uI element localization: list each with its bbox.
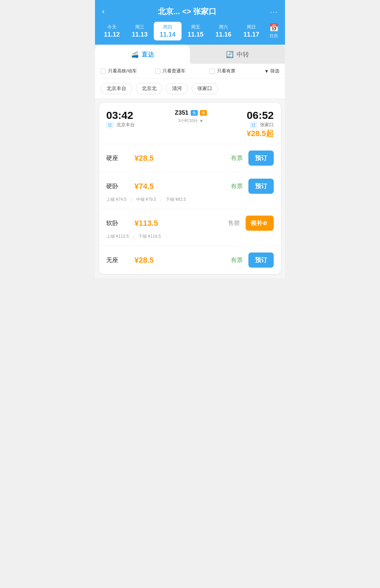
book-button-0[interactable]: 预订 — [248, 151, 274, 166]
seat-status-1: 有票 — [231, 182, 243, 190]
date-num: 11.16 — [211, 31, 236, 38]
direct-icon: 🚄 — [131, 51, 139, 58]
date-item-today[interactable]: 今天11.12 — [98, 22, 126, 40]
duration-text: 3小时10分 — [178, 118, 198, 124]
calendar-button[interactable]: 📅 日历 — [265, 23, 282, 39]
seat-status-2: 售罄 — [228, 219, 240, 227]
filter-available-checkbox[interactable] — [210, 69, 215, 74]
sub-divider: | — [160, 197, 162, 202]
sub-divider: | — [131, 197, 132, 202]
date-num: 11.17 — [239, 31, 264, 38]
sub-item: 中铺 ¥79.5 — [136, 197, 156, 203]
header: ‹ 北京... <> 张家口 ··· — [95, 0, 285, 22]
filters-bar: 只看高铁/动车 只看普通车 只看有票 ▼ 筛选 — [95, 64, 285, 79]
filter-regular[interactable]: 只看普通车 — [155, 68, 210, 74]
seat-main-1: 硬卧 ¥74.5 有票 预订 — [106, 179, 274, 194]
calendar-icon: 📅 — [265, 23, 282, 32]
train-price: ¥28.5起 — [247, 128, 274, 139]
sub-divider: | — [133, 234, 134, 239]
duration-expand-icon[interactable]: ▼ — [199, 119, 203, 123]
seat-main-3: 无座 ¥28.5 有票 预订 — [106, 253, 274, 268]
train-number-row: Z351 兔 铺 — [139, 109, 242, 116]
date-item-sat[interactable]: 周六11.16 — [209, 22, 237, 40]
seat-price-3: ¥28.5 — [134, 256, 231, 265]
sub-item: 下铺 ¥119.5 — [138, 234, 161, 239]
day-label: 周三 — [127, 24, 152, 30]
seat-sub-2: 上铺 ¥113.5|下铺 ¥119.5 — [106, 234, 274, 239]
day-label: 周六 — [211, 24, 236, 30]
depart-time: 03:42 — [106, 109, 135, 121]
train-middle: Z351 兔 铺 3小时10分 ▼ — [135, 109, 246, 124]
date-item-thu[interactable]: 周四11.14 — [154, 22, 182, 40]
filter-highspeed-checkbox[interactable] — [101, 69, 106, 74]
train-card: 03:42 过 北京丰台 Z351 兔 铺 3小时10分 ▼ — [99, 103, 281, 274]
filter-available[interactable]: 只看有票 — [210, 68, 264, 74]
date-item-fri[interactable]: 周五11.15 — [182, 22, 209, 40]
waitlist-button-2[interactable]: 候补⊕ — [246, 216, 274, 231]
date-items: 今天11.12周三11.13周四11.14周五11.15周六11.16周日11.… — [98, 22, 265, 40]
seat-price-1: ¥74.5 — [134, 182, 231, 191]
seat-status-0: 有票 — [231, 154, 243, 162]
main-content: 🚄 直达 🔄 中转 只看高铁/动车 只看普通车 只看有票 — [95, 45, 285, 278]
station-tag-0[interactable]: 北京丰台 — [101, 83, 132, 94]
filter-select-label: 筛选 — [270, 68, 279, 74]
tab-direct-label: 直达 — [141, 50, 154, 59]
date-bar: 今天11.12周三11.13周四11.14周五11.15周六11.16周日11.… — [95, 22, 285, 45]
date-num: 11.15 — [183, 31, 208, 38]
seat-name-0: 硬座 — [106, 154, 127, 162]
tab-direct[interactable]: 🚄 直达 — [95, 45, 190, 64]
page-title: 北京... <> 张家口 — [104, 6, 270, 17]
depart-station-info: 过 北京丰台 — [106, 121, 135, 128]
filter-select-button[interactable]: ▼ 筛选 — [264, 68, 279, 74]
tab-transfer[interactable]: 🔄 中转 — [190, 45, 285, 64]
seat-price-2: ¥113.5 — [134, 219, 228, 228]
station-tag-2[interactable]: 清河 — [166, 83, 188, 94]
seat-row-2: 软卧 ¥113.5 售罄 候补⊕ 上铺 ¥113.5|下铺 ¥119.5 — [99, 209, 281, 246]
book-button-3[interactable]: 预订 — [248, 253, 274, 268]
sub-item: 上铺 ¥113.5 — [106, 234, 129, 239]
day-label: 今天 — [99, 24, 124, 30]
train-header: 03:42 过 北京丰台 Z351 兔 铺 3小时10分 ▼ — [99, 103, 281, 144]
filter-regular-label: 只看普通车 — [163, 68, 185, 74]
seat-price-0: ¥28.5 — [134, 154, 231, 163]
day-label: 周五 — [183, 24, 208, 30]
filter-regular-checkbox[interactable] — [155, 69, 160, 74]
station-tag-3[interactable]: 张家口 — [191, 83, 218, 94]
train-arrive: 06:52 过 张家口 ¥28.5起 — [247, 109, 274, 139]
date-num: 11.13 — [127, 31, 152, 38]
back-button[interactable]: ‹ — [102, 7, 104, 16]
day-label: 周四 — [155, 24, 180, 30]
seat-row-1: 硬卧 ¥74.5 有票 预订 上铺 ¥74.5|中铺 ¥79.5|下铺 ¥82.… — [99, 172, 281, 209]
depart-station-name: 北京丰台 — [116, 122, 135, 127]
seat-btn-wrap-2: 候补⊕ — [246, 216, 274, 231]
station-tags: 北京丰台 北京北 清河 张家口 — [95, 79, 285, 99]
badge-free: 兔 — [191, 110, 198, 116]
seat-main-2: 软卧 ¥113.5 售罄 候补⊕ — [106, 216, 274, 231]
station-tag-1[interactable]: 北京北 — [136, 83, 163, 94]
date-item-sun[interactable]: 周日11.17 — [238, 22, 265, 40]
arrive-time: 06:52 — [247, 109, 274, 121]
seat-row-3: 无座 ¥28.5 有票 预订 — [99, 246, 281, 274]
seat-row-0: 硬座 ¥28.5 有票 预订 — [99, 144, 281, 172]
train-number: Z351 — [175, 109, 189, 116]
arrive-station-info: 过 张家口 — [247, 121, 274, 128]
depart-station-tag: 过 — [106, 122, 114, 128]
seat-name-3: 无座 — [106, 256, 127, 264]
seat-sub-1: 上铺 ¥74.5|中铺 ¥79.5|下铺 ¥82.5 — [106, 197, 274, 203]
badge-berth: 铺 — [200, 110, 207, 116]
date-num: 11.12 — [99, 31, 124, 38]
seat-rows: 硬座 ¥28.5 有票 预订 硬卧 ¥74.5 有票 预订 上铺 ¥74.5|中… — [99, 144, 281, 274]
book-button-1[interactable]: 预订 — [248, 179, 274, 194]
transfer-icon: 🔄 — [226, 51, 234, 58]
seat-name-2: 软卧 — [106, 219, 127, 227]
train-duration: 3小时10分 ▼ — [139, 118, 242, 124]
tab-transfer-label: 中转 — [236, 50, 249, 59]
seat-btn-wrap-1: 预订 — [248, 179, 274, 194]
filter-highspeed[interactable]: 只看高铁/动车 — [101, 68, 155, 74]
date-item-wed[interactable]: 周三11.13 — [126, 22, 153, 40]
train-depart: 03:42 过 北京丰台 — [106, 109, 135, 128]
filter-icon: ▼ — [264, 69, 269, 74]
more-button[interactable]: ··· — [270, 8, 278, 16]
seat-status-3: 有票 — [231, 256, 243, 264]
sub-item: 上铺 ¥74.5 — [106, 197, 126, 203]
